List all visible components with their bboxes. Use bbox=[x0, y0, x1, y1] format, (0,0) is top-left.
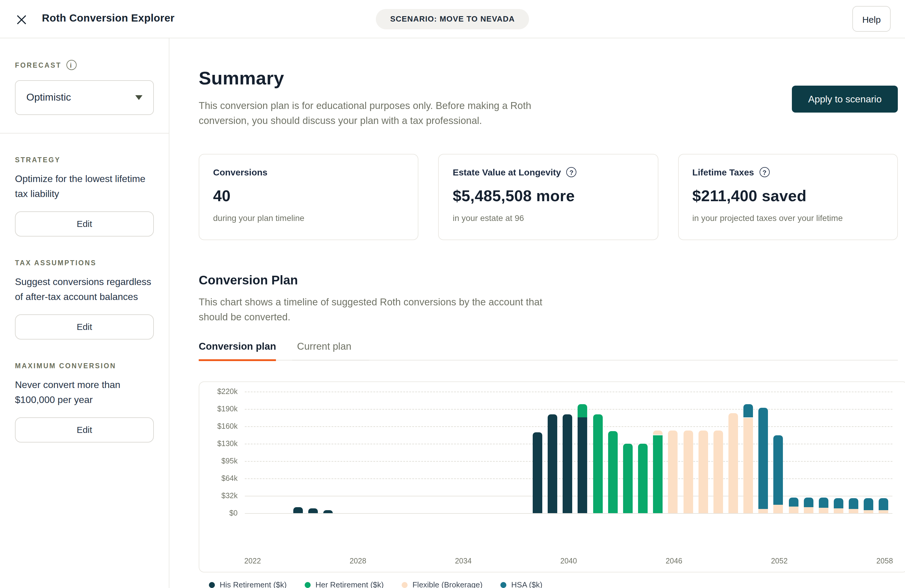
conversion-plan-description: This chart shows a timeline of suggested… bbox=[199, 295, 558, 324]
tax-assumptions-text: Suggest conversions regardless of after-… bbox=[15, 274, 154, 304]
chart-bar-2046-brokerage[interactable] bbox=[698, 431, 708, 513]
legend-label: His Retirement ($k) bbox=[220, 580, 287, 588]
chart-bar-2026-his[interactable] bbox=[324, 510, 333, 513]
chart-bar-2035-his[interactable] bbox=[533, 432, 542, 513]
gridline-$190k bbox=[245, 409, 892, 410]
gridline-$0 bbox=[245, 513, 892, 514]
chart-bar-2050-hsa[interactable] bbox=[759, 408, 768, 509]
help-circle-icon[interactable]: ? bbox=[566, 167, 576, 177]
legend-dot-hsa bbox=[500, 582, 506, 588]
chart-bar-2025-his[interactable] bbox=[308, 509, 318, 513]
chart-bar-2047-brokerage[interactable] bbox=[713, 431, 723, 513]
legend-dot-her bbox=[305, 582, 311, 588]
forecast-select[interactable]: Optimistic bbox=[15, 80, 154, 115]
strategy-edit-button[interactable]: Edit bbox=[15, 211, 154, 237]
chart-bar-2036-his[interactable] bbox=[548, 414, 557, 513]
sidebar: FORECAST i Optimistic STRATEGY Optimize … bbox=[0, 38, 169, 588]
legend-item-her[interactable]: Her Retirement ($k) bbox=[305, 580, 384, 588]
chart-bar-2055-brokerage[interactable] bbox=[834, 509, 843, 513]
legend-item-brokerage[interactable]: Flexible (Brokerage) bbox=[402, 580, 483, 588]
page-title: Summary bbox=[199, 38, 898, 89]
legend-item-his[interactable]: His Retirement ($k) bbox=[209, 580, 287, 588]
chart-bar-2044-brokerage[interactable] bbox=[668, 431, 678, 513]
header: Roth Conversion Explorer SCENARIO: MOVE … bbox=[0, 0, 905, 38]
chart-bar-2037-his[interactable] bbox=[563, 414, 573, 513]
chart-bar-2043-her[interactable] bbox=[653, 435, 663, 513]
apply-to-scenario-button[interactable]: Apply to scenario bbox=[792, 86, 898, 113]
close-icon[interactable] bbox=[16, 14, 27, 25]
chart-plot-area: $0$32k$64k$95k$130k$160k$190k$220k202220… bbox=[199, 382, 905, 572]
x-axis-label: 2028 bbox=[340, 557, 376, 565]
y-axis-label: $130k bbox=[204, 440, 238, 448]
tab-label: Conversion plan bbox=[199, 341, 276, 351]
legend-label: Her Retirement ($k) bbox=[316, 580, 384, 588]
chart-bar-2040-her[interactable] bbox=[608, 431, 618, 513]
chart-bar-2050-brokerage[interactable] bbox=[759, 509, 768, 513]
chart-bar-2056-brokerage[interactable] bbox=[849, 509, 858, 513]
chart-bar-2024-his[interactable] bbox=[293, 507, 303, 513]
chart-bar-2043-brokerage[interactable] bbox=[653, 431, 663, 435]
card-title: Lifetime Taxes ? bbox=[692, 167, 883, 177]
card-caption: in your estate at 96 bbox=[453, 213, 644, 223]
chart-bar-2051-brokerage[interactable] bbox=[773, 505, 783, 513]
chart-bar-2038-her[interactable] bbox=[578, 404, 587, 417]
card-title-text: Lifetime Taxes bbox=[692, 167, 754, 177]
chart-bar-2053-brokerage[interactable] bbox=[803, 507, 813, 513]
lifetime-taxes-value: $211,400 saved bbox=[692, 187, 883, 205]
y-axis-label: $0 bbox=[204, 509, 238, 517]
chart-bar-2041-her[interactable] bbox=[623, 444, 633, 513]
chart-bar-2049-hsa[interactable] bbox=[743, 404, 753, 418]
chart-bar-2055-hsa[interactable] bbox=[834, 498, 843, 508]
card-caption: in your projected taxes over your lifeti… bbox=[692, 213, 883, 223]
tab-conversion-plan[interactable]: Conversion plan bbox=[199, 341, 276, 360]
chart-bar-2039-her[interactable] bbox=[593, 414, 602, 513]
app-title: Roth Conversion Explorer bbox=[42, 12, 175, 25]
card-title-text: Estate Value at Longevity bbox=[453, 167, 561, 177]
tab-current-plan[interactable]: Current plan bbox=[297, 341, 352, 360]
forecast-select-value: Optimistic bbox=[26, 92, 71, 103]
chart-bar-2057-brokerage[interactable] bbox=[864, 510, 873, 513]
estate-value: $5,485,508 more bbox=[453, 187, 644, 205]
y-axis-label: $95k bbox=[204, 457, 238, 465]
summary-cards: Conversions 40 during your plan timeline… bbox=[199, 154, 898, 240]
maximum-conversion-edit-button[interactable]: Edit bbox=[15, 417, 154, 442]
legend-item-hsa[interactable]: HSA ($k) bbox=[500, 580, 542, 588]
tax-assumptions-edit-button[interactable]: Edit bbox=[15, 315, 154, 340]
chart-bar-2058-brokerage[interactable] bbox=[879, 510, 889, 513]
chart-bar-2048-brokerage[interactable] bbox=[729, 413, 738, 513]
chart-bar-2054-brokerage[interactable] bbox=[819, 508, 829, 513]
maximum-conversion-label: MAXIMUM CONVERSION bbox=[15, 362, 154, 369]
chart-legend: His Retirement ($k)Her Retirement ($k)Fl… bbox=[199, 580, 898, 588]
inactive-tab-underline bbox=[292, 359, 370, 361]
chart-bar-2049-brokerage[interactable] bbox=[743, 418, 753, 513]
chart-bar-2052-hsa[interactable] bbox=[789, 497, 798, 507]
chart-bar-2056-hsa[interactable] bbox=[849, 498, 858, 509]
legend-dot-brokerage bbox=[402, 582, 408, 588]
conversions-card: Conversions 40 during your plan timeline bbox=[199, 154, 419, 240]
y-axis-label: $32k bbox=[204, 492, 238, 500]
legend-dot-his bbox=[209, 582, 215, 588]
lifetime-taxes-card: Lifetime Taxes ? $211,400 saved in your … bbox=[678, 154, 898, 240]
chevron-down-icon bbox=[135, 95, 143, 100]
x-axis-label: 2034 bbox=[445, 557, 481, 565]
info-icon[interactable]: i bbox=[66, 60, 76, 70]
chart-bar-2054-hsa[interactable] bbox=[819, 497, 829, 507]
chart-bar-2051-hsa[interactable] bbox=[773, 435, 783, 505]
chart-bar-2045-brokerage[interactable] bbox=[683, 431, 693, 513]
chart-bar-2053-hsa[interactable] bbox=[803, 497, 813, 507]
chart-bar-2042-her[interactable] bbox=[638, 444, 648, 513]
chart-bar-2058-hsa[interactable] bbox=[879, 498, 889, 510]
chart-bar-2052-brokerage[interactable] bbox=[789, 507, 798, 513]
scenario-badge: SCENARIO: MOVE TO NEVADA bbox=[376, 9, 529, 29]
forecast-label-text: FORECAST bbox=[15, 61, 61, 68]
roth-conversion-explorer-app: Roth Conversion Explorer SCENARIO: MOVE … bbox=[0, 0, 905, 588]
help-circle-icon[interactable]: ? bbox=[760, 167, 770, 177]
tab-label: Current plan bbox=[297, 341, 352, 351]
chart-bar-2057-hsa[interactable] bbox=[864, 498, 873, 510]
strategy-label: STRATEGY bbox=[15, 156, 154, 164]
forecast-label: FORECAST i bbox=[15, 60, 154, 70]
chart-bar-2038-his[interactable] bbox=[578, 417, 587, 513]
maximum-conversion-text: Never convert more than $100,000 per yea… bbox=[15, 377, 154, 407]
help-button[interactable]: Help bbox=[852, 6, 891, 32]
x-axis-label: 2046 bbox=[656, 557, 692, 565]
